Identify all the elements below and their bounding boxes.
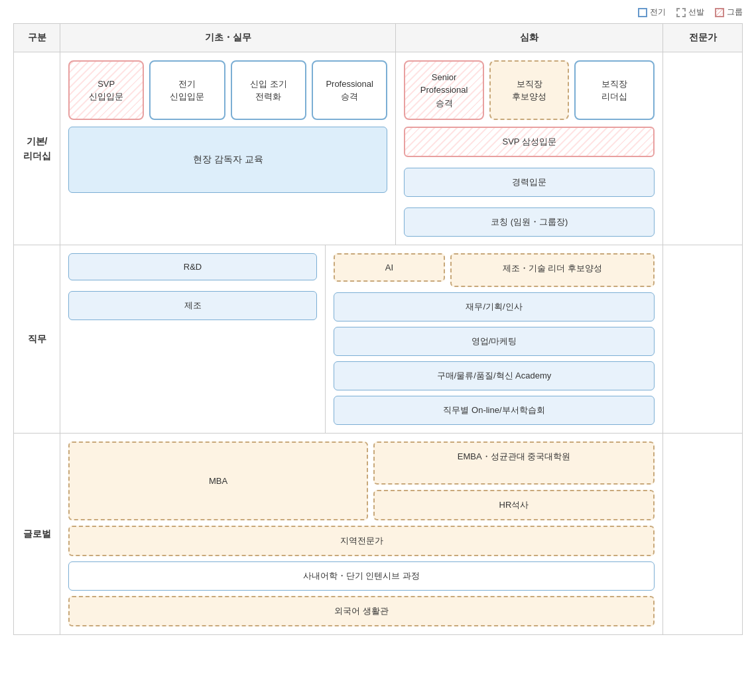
global-bottom-boxes: 지역전문가 사내어학・단기 인텐시브 과정 외국어 생활관 <box>68 526 655 626</box>
box-jiyeok: 지역전문가 <box>68 526 655 556</box>
card-professional: Professional승격 <box>312 60 387 120</box>
legend-item-seon: 선발 <box>676 7 704 18</box>
legend-icon-jeon <box>638 8 647 17</box>
box-hr: HR석사 <box>373 490 655 520</box>
legend-icon-group <box>715 8 724 17</box>
header-basic: 기초・실무 <box>60 24 396 52</box>
box-ai: AI <box>334 253 445 282</box>
box-gyeoryeok-ipmon: 경력입문 <box>404 168 655 197</box>
card-bojikjang-leadership: 보직장리더십 <box>574 60 655 120</box>
global-right-top: EMBA・성균관대 중국대학원 HR석사 <box>373 441 655 520</box>
main-table: 구분 기초・실무 심화 전문가 기본/리더십 <box>13 23 743 635</box>
header-category: 구분 <box>14 24 60 52</box>
page-container: 전기 선발 그룹 구분 기초・실무 심화 <box>0 0 756 648</box>
deep-leadership-content: SeniorProfessional승격 보직장후보양성 보직장리더십 SVP … <box>396 52 663 245</box>
category-work: 직무 <box>14 245 60 434</box>
box-jaemu: 재무/기획/인사 <box>334 292 655 321</box>
section-global: 글로벌 MBA EMBA・성균관대 중국대학원 HR석사 <box>14 434 743 635</box>
card-svp-shinip: SVP신입입문 <box>68 60 144 120</box>
legend-label-jeon: 전기 <box>650 7 666 18</box>
box-rd: R&D <box>68 253 317 280</box>
header-expert: 전문가 <box>663 24 743 52</box>
work-full-boxes: 재무/기획/인사 영업/마케팅 구매/물류/품질/혁신 Academy 직무별 … <box>334 292 655 425</box>
deep-right-boxes: SVP 삼성입문 경력입문 코칭 (임원・그룹장) <box>404 127 655 237</box>
legend: 전기 선발 그룹 <box>13 7 743 18</box>
box-jejo-leader: 제조・기술 리더 후보양성 <box>450 253 655 287</box>
global-top-row: MBA EMBA・성균관대 중국대학원 HR석사 <box>68 441 655 520</box>
legend-label-seon: 선발 <box>688 7 704 18</box>
work-deep-top-row: AI 제조・기술 리더 후보양성 <box>334 253 655 287</box>
expert-global-content <box>663 434 743 635</box>
header-deep: 심화 <box>396 24 663 52</box>
box-coaching: 코칭 (임원・그룹장) <box>404 207 655 237</box>
box-jikmubul: 직무별 On-line/부서학습회 <box>334 396 655 425</box>
card-shinip-jogi: 신입 조기전력화 <box>231 60 306 120</box>
work-basic-left: R&D 제조 <box>60 245 326 434</box>
category-global: 글로벌 <box>14 434 60 635</box>
work-left-boxes: R&D 제조 <box>68 253 317 320</box>
top-cards-row: SVP신입입문 전기신입입문 신입 조기전력화 Professional승격 <box>68 60 387 120</box>
section-work: 직무 R&D 제조 AI 제조・기술 리더 후보양성 <box>14 245 743 434</box>
card-jeon-shinip: 전기신입입문 <box>149 60 225 120</box>
box-guamae: 구매/물류/품질/혁신 Academy <box>334 361 655 390</box>
box-yeongeop: 영업/마케팅 <box>334 327 655 356</box>
global-content: MBA EMBA・성균관대 중국대학원 HR석사 지역전문가 사내어학・단기 인… <box>60 434 663 635</box>
card-senior-professional: SeniorProfessional승격 <box>404 60 484 120</box>
box-hyunhang-supervisor: 현장 감독자 교육 <box>68 127 387 193</box>
legend-item-jeon: 전기 <box>638 7 666 18</box>
category-basic-leadership: 기본/리더십 <box>14 52 60 245</box>
work-basic-right: AI 제조・기술 리더 후보양성 재무/기획/인사 영업/마케팅 구매/물류/품… <box>326 245 663 434</box>
deep-cards-row: SeniorProfessional승격 보직장후보양성 보직장리더십 <box>404 60 655 120</box>
legend-label-group: 그룹 <box>727 7 743 18</box>
box-mba: MBA <box>68 441 368 520</box>
legend-item-group: 그룹 <box>715 7 743 18</box>
box-emba: EMBA・성균관대 중국대학원 <box>373 441 655 485</box>
header-row: 구분 기초・실무 심화 전문가 <box>14 24 743 52</box>
section-basic-leadership: 기본/리더십 SVP신입입문 전기신입입문 신입 조기전력화 Professio… <box>14 52 743 245</box>
box-saenae: 사내어학・단기 인텐시브 과정 <box>68 561 655 591</box>
expert-leadership-content <box>663 52 743 245</box>
box-foreign: 외국어 생활관 <box>68 596 655 626</box>
box-jejo: 제조 <box>68 291 317 320</box>
box-svp-samsung: SVP 삼성입문 <box>404 127 655 157</box>
expert-work-content <box>663 245 743 434</box>
basic-leadership-content: SVP신입입문 전기신입입문 신입 조기전력화 Professional승격 현… <box>60 52 396 245</box>
card-bojikjang-hbo: 보직장후보양성 <box>489 60 570 120</box>
legend-icon-seon <box>676 8 686 17</box>
